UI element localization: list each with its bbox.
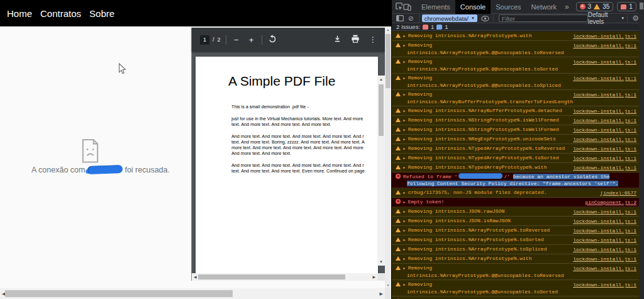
scroll-up-icon[interactable]: ▲: [385, 28, 391, 31]
console-source-link[interactable]: lockdown-install.js:1: [573, 33, 636, 40]
tab-sources[interactable]: Sources: [491, 0, 526, 14]
console-message[interactable]: lockdown-install.js:1▶Removing intrinsic…: [392, 245, 644, 254]
expand-arrow-icon[interactable]: ▶: [403, 156, 406, 161]
javascript-context-selector[interactable]: chromewebdata/ ▼: [422, 14, 477, 22]
console-message[interactable]: (index):6577▶crbug/1173575, non-JS modul…: [392, 188, 644, 198]
console-source-link[interactable]: (index):6577: [600, 189, 636, 196]
console-message[interactable]: lockdown-install.js:1▶Removingintrinsics…: [392, 264, 644, 280]
scroll-up-icon[interactable]: ▲: [377, 77, 385, 81]
console-source-link[interactable]: lockdown-install.js:1: [573, 164, 636, 171]
console-message[interactable]: lockdown-install.js:1▶Removing intrinsic…: [392, 254, 644, 264]
tab-elements[interactable]: Elements: [416, 0, 455, 14]
console-message[interactable]: lockdown-install.js:1▶Removingintrinsics…: [392, 41, 644, 57]
console-message[interactable]: lockdown-install.js:1▶Removingintrinsics…: [392, 296, 644, 299]
current-page-input[interactable]: 1: [200, 35, 209, 45]
expand-arrow-icon[interactable]: ▶: [403, 166, 406, 170]
console-source-link[interactable]: lockdown-install.js:1: [573, 91, 636, 98]
console-message[interactable]: lockdown-install.js:1▶Removing intrinsic…: [392, 106, 644, 116]
expand-arrow-icon[interactable]: ▶: [403, 34, 406, 38]
console-source-link[interactable]: lockdown-install.js:1: [573, 136, 636, 143]
console-source-link[interactable]: lockdown-install.js:1: [573, 256, 636, 262]
pdf-vertical-scrollbar[interactable]: ▲ ▼: [377, 76, 385, 266]
tab-network[interactable]: Network: [526, 0, 562, 14]
console-scrollbar[interactable]: [639, 0, 644, 299]
tab-console[interactable]: Console: [455, 0, 491, 14]
expand-arrow-icon[interactable]: ▶: [403, 137, 406, 142]
expand-arrow-icon[interactable]: ▶: [403, 266, 406, 271]
expand-arrow-icon[interactable]: ▶: [403, 191, 406, 195]
expand-arrow-icon[interactable]: ▶: [403, 228, 406, 233]
console-message[interactable]: lockdown-install.js:1▶Removing intrinsic…: [392, 163, 644, 172]
console-message[interactable]: lockdown-install.js:1▶Removingintrinsics…: [392, 280, 644, 296]
console-source-link[interactable]: lockdown-install.js:1: [573, 127, 636, 133]
pdf-menu-icon[interactable]: ⋮: [369, 35, 377, 44]
console-source-link[interactable]: lockdown-install.js:1: [573, 237, 636, 244]
console-source-link[interactable]: lockdown-install.js:1: [573, 281, 636, 288]
live-expression-eye-icon[interactable]: [480, 13, 491, 24]
page-vertical-scrollbar[interactable]: ▲ ▼: [385, 26, 391, 288]
expand-arrow-icon[interactable]: ▶: [403, 128, 406, 132]
expand-arrow-icon[interactable]: ▶: [403, 118, 406, 123]
console-filter-input[interactable]: [499, 14, 588, 22]
console-source-link[interactable]: lockdown-install.js:1: [573, 108, 636, 115]
nav-item-contratos[interactable]: Contratos: [40, 8, 81, 19]
scrollbar-thumb[interactable]: [379, 84, 384, 136]
console-source-link[interactable]: lockdown-install.js:1: [573, 59, 636, 65]
expand-arrow-icon[interactable]: ▶: [403, 147, 406, 151]
nav-item-sobre[interactable]: Sobre: [89, 8, 114, 19]
console-message[interactable]: lockdown-install.js:1▶Removing intrinsic…: [392, 226, 644, 235]
scrollbar-thumb[interactable]: [5, 290, 233, 297]
scroll-left-icon[interactable]: ◀: [194, 275, 197, 279]
console-source-link[interactable]: lockdown-install.js:1: [573, 145, 636, 152]
console-message[interactable]: lockdown-install.js:1▶Removingintrinsics…: [392, 90, 644, 106]
expand-arrow-icon[interactable]: ▶: [403, 238, 406, 242]
expand-arrow-icon[interactable]: ▶: [403, 109, 406, 113]
scrollbar-thumb[interactable]: [640, 3, 643, 9]
console-source-link[interactable]: lockdown-install.js:1: [573, 246, 636, 253]
console-message[interactable]: lockdown-install.js:1▶Removingintrinsics…: [392, 57, 644, 74]
console-message[interactable]: lockdown-install.js:1▶Removingintrinsics…: [392, 74, 644, 90]
console-source-link[interactable]: pinComponent.js:2: [585, 199, 636, 206]
device-toolbar-icon[interactable]: [403, 1, 411, 13]
console-source-link[interactable]: lockdown-install.js:1: [573, 218, 636, 225]
console-message[interactable]: lockdown-install.js:1▶Removing intrinsic…: [392, 217, 644, 226]
scroll-right-icon[interactable]: ▶: [380, 291, 383, 296]
more-tabs-icon[interactable]: »: [562, 3, 572, 11]
zoom-out-button[interactable]: −: [231, 35, 242, 45]
log-levels-dropdown[interactable]: Default levels ▼: [588, 11, 625, 25]
expand-arrow-icon[interactable]: ▶: [403, 200, 406, 205]
console-message[interactable]: lockdown-install.js:1▶Removing intrinsic…: [392, 116, 644, 125]
console-message[interactable]: Refused to frame '/' because an ancestor…: [392, 172, 644, 188]
console-source-link[interactable]: lockdown-install.js:1: [573, 155, 636, 162]
page-horizontal-scrollbar[interactable]: ◀ ▶: [0, 288, 385, 299]
console-message[interactable]: lockdown-install.js:1▶Removing intrinsic…: [392, 144, 644, 154]
scroll-right-icon[interactable]: ▶: [372, 275, 375, 279]
console-source-link[interactable]: lockdown-install.js:1: [573, 117, 636, 124]
expand-arrow-icon[interactable]: ▶: [403, 210, 406, 214]
expand-arrow-icon[interactable]: ▶: [403, 257, 406, 261]
scrollbar-thumb[interactable]: [198, 274, 345, 279]
expand-arrow-icon[interactable]: ▶: [403, 76, 406, 81]
console-message[interactable]: lockdown-install.js:1▶Removing intrinsic…: [392, 31, 644, 41]
console-source-link[interactable]: lockdown-install.js:1: [573, 265, 636, 272]
clear-console-icon[interactable]: ⊘: [406, 13, 416, 24]
download-icon[interactable]: [333, 34, 341, 45]
print-icon[interactable]: [351, 34, 360, 45]
expand-arrow-icon[interactable]: ▶: [403, 247, 406, 252]
issues-badge[interactable]: 1: [617, 2, 636, 11]
scrollbar-thumb[interactable]: [386, 34, 391, 88]
expand-arrow-icon[interactable]: ▶: [403, 43, 406, 48]
console-message[interactable]: lockdown-install.js:1▶Removing intrinsic…: [392, 125, 644, 135]
console-message[interactable]: lockdown-install.js:1▶Removing intrinsic…: [392, 235, 644, 245]
nav-item-home[interactable]: Home: [7, 8, 32, 19]
expand-arrow-icon[interactable]: ▶: [403, 60, 406, 64]
errors-warnings-badge[interactable]: 3 35: [576, 2, 614, 11]
inspect-element-icon[interactable]: [395, 1, 403, 13]
scroll-down-icon[interactable]: ▼: [385, 283, 391, 287]
console-source-link[interactable]: lockdown-install.js:1: [573, 75, 636, 82]
console-sidebar-icon[interactable]: [395, 13, 406, 24]
console-message[interactable]: lockdown-install.js:1▶Removing intrinsic…: [392, 154, 644, 163]
scroll-down-icon[interactable]: ▼: [377, 260, 385, 264]
rotate-icon[interactable]: [267, 35, 277, 45]
console-message[interactable]: lockdown-install.js:1▶Removing intrinsic…: [392, 207, 644, 217]
